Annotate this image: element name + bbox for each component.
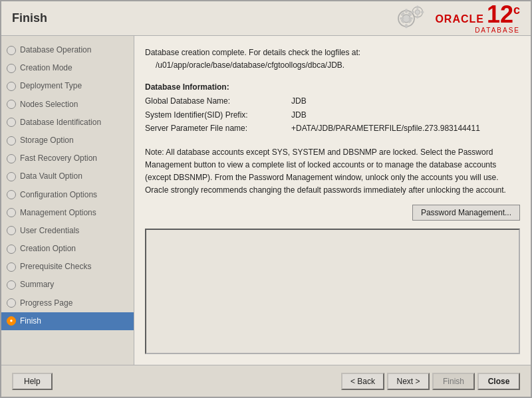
step-icon-creation-mode — [7, 64, 16, 73]
db-info-title: Database Information: — [145, 82, 520, 92]
step-icon-finish — [7, 316, 16, 326]
main-content: Database OperationCreation ModeDeploymen… — [1, 36, 531, 365]
oracle-logo: ORACLE 12c DATABASE — [394, 3, 520, 34]
step-icon-user-credentials — [7, 226, 16, 235]
back-button[interactable]: < Back — [341, 373, 384, 390]
sidebar-item-database-operation[interactable]: Database Operation — [1, 41, 134, 59]
step-icon-database-operation — [7, 46, 16, 55]
svg-rect-13 — [417, 15, 419, 19]
db-info-row-name: Global Database Name: JDB — [145, 94, 520, 108]
oracle-brand: ORACLE — [435, 13, 484, 25]
db-spfile-value: +DATA/JDB/PARAMETERFILE/spfile.273.98314… — [291, 122, 480, 135]
sidebar-label-configuration-options: Configuration Options — [20, 189, 97, 201]
sidebar-label-nodes-selection: Nodes Selection — [20, 98, 78, 111]
svg-point-11 — [416, 10, 420, 15]
image-placeholder — [145, 229, 520, 354]
sidebar-label-finish: Finish — [20, 315, 41, 328]
finish-button[interactable]: Finish — [432, 373, 475, 390]
db-info-section: Database Information: Global Database Na… — [145, 82, 520, 135]
db-name-label: Global Database Name: — [145, 94, 291, 108]
sidebar-label-management-options: Management Options — [20, 207, 96, 219]
db-info-row-sid: System Identifier(SID) Prefix: JDB — [145, 108, 520, 122]
next-button[interactable]: Next > — [387, 373, 430, 390]
svg-rect-14 — [412, 11, 415, 13]
sidebar-item-user-credentials[interactable]: User Credentials — [1, 222, 134, 240]
sidebar: Database OperationCreation ModeDeploymen… — [1, 36, 134, 365]
step-icon-fast-recovery-option — [7, 154, 16, 163]
svg-rect-5 — [409, 17, 413, 20]
sidebar-label-user-credentials: User Credentials — [20, 225, 79, 237]
sidebar-label-data-vault-option: Data Vault Option — [20, 170, 82, 183]
sidebar-label-prerequisite-checks: Prerequisite Checks — [20, 260, 91, 273]
password-btn-row: Password Management... — [145, 205, 520, 221]
db-sid-label: System Identifier(SID) Prefix: — [145, 108, 291, 122]
close-button[interactable]: Close — [477, 373, 520, 390]
db-info-row-spfile: Server Parameter File name: +DATA/JDB/PA… — [145, 122, 520, 135]
sidebar-label-creation-option: Creation Option — [20, 243, 76, 255]
footer-right: < Back Next > Finish Close — [341, 373, 520, 390]
sidebar-item-creation-option[interactable]: Creation Option — [1, 240, 134, 258]
sidebar-item-database-identification[interactable]: Database Identification — [1, 114, 134, 132]
sidebar-item-configuration-options[interactable]: Configuration Options — [1, 186, 134, 204]
completion-message: Database creation complete. For details … — [145, 47, 520, 72]
oracle-version: 12c — [487, 3, 520, 27]
window-title: Finish — [12, 11, 47, 25]
sidebar-label-storage-option: Storage Option — [20, 134, 74, 147]
step-icon-data-vault-option — [7, 172, 16, 181]
db-spfile-label: Server Parameter File name: — [145, 122, 291, 135]
sidebar-item-finish[interactable]: Finish — [1, 312, 134, 330]
note-section: Note: All database accounts except SYS, … — [145, 146, 520, 197]
sidebar-item-management-options[interactable]: Management Options — [1, 204, 134, 222]
step-icon-nodes-selection — [7, 100, 16, 109]
gear-icon — [394, 3, 427, 33]
svg-rect-4 — [400, 17, 404, 20]
content-panel: Database creation complete. For details … — [134, 36, 531, 365]
step-icon-storage-option — [7, 136, 16, 146]
footer-left: Help — [12, 373, 53, 390]
db-sid-value: JDB — [291, 108, 307, 122]
db-name-value: JDB — [291, 94, 307, 108]
title-bar: Finish — [1, 1, 531, 36]
sidebar-label-fast-recovery-option: Fast Recovery Option — [20, 152, 97, 165]
sidebar-item-progress-page[interactable]: Progress Page — [1, 294, 134, 312]
step-icon-deployment-type — [7, 82, 16, 91]
sidebar-item-nodes-selection[interactable]: Nodes Selection — [1, 96, 134, 114]
sidebar-item-deployment-type[interactable]: Deployment Type — [1, 77, 134, 95]
sidebar-item-storage-option[interactable]: Storage Option — [1, 132, 134, 149]
svg-rect-12 — [417, 6, 419, 9]
step-icon-configuration-options — [7, 190, 16, 199]
sidebar-item-prerequisite-checks[interactable]: Prerequisite Checks — [1, 258, 134, 276]
svg-rect-3 — [406, 24, 408, 28]
step-icon-management-options — [7, 208, 16, 217]
sidebar-label-database-operation: Database Operation — [20, 44, 91, 56]
sidebar-item-creation-mode[interactable]: Creation Mode — [1, 59, 134, 77]
password-management-button[interactable]: Password Management... — [412, 205, 520, 221]
sidebar-label-progress-page: Progress Page — [20, 297, 72, 310]
step-icon-creation-option — [7, 245, 16, 254]
sidebar-label-deployment-type: Deployment Type — [20, 80, 82, 92]
step-icon-database-identification — [7, 118, 16, 127]
svg-rect-15 — [421, 11, 424, 13]
footer: Help < Back Next > Finish Close — [1, 365, 531, 397]
main-window: Finish — [0, 0, 532, 398]
db-info-table: Global Database Name: JDB System Identif… — [145, 94, 520, 135]
oracle-product: DATABASE — [475, 27, 520, 34]
oracle-text: ORACLE 12c DATABASE — [435, 3, 520, 34]
help-button[interactable]: Help — [12, 373, 53, 390]
sidebar-item-summary[interactable]: Summary — [1, 276, 134, 294]
step-icon-prerequisite-checks — [7, 262, 16, 272]
svg-rect-2 — [406, 9, 408, 13]
sidebar-label-database-identification: Database Identification — [20, 116, 101, 129]
sidebar-label-summary: Summary — [20, 278, 54, 291]
sidebar-item-data-vault-option[interactable]: Data Vault Option — [1, 167, 134, 185]
sidebar-item-fast-recovery-option[interactable]: Fast Recovery Option — [1, 149, 134, 167]
step-icon-progress-page — [7, 298, 16, 308]
sidebar-label-creation-mode: Creation Mode — [20, 62, 72, 74]
step-icon-summary — [7, 280, 16, 290]
